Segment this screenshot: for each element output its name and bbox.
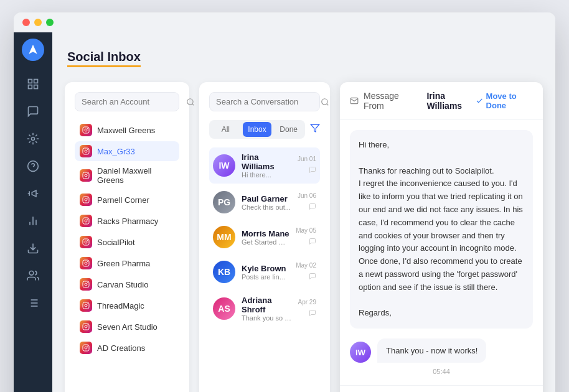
- filter-icon[interactable]: [310, 123, 320, 136]
- conv-meta: May 02: [296, 262, 316, 282]
- avatar: MM: [213, 226, 235, 248]
- conv-name: Irina Williams: [242, 152, 291, 171]
- svg-point-47: [87, 325, 88, 326]
- svg-point-23: [87, 149, 88, 151]
- message-text: Hi there,: [359, 139, 524, 152]
- svg-rect-33: [83, 239, 89, 245]
- tab-all[interactable]: All: [211, 122, 240, 137]
- account-item[interactable]: Green Pharma: [75, 253, 179, 273]
- svg-point-29: [87, 198, 88, 199]
- reply-icon: [309, 308, 316, 319]
- svg-marker-53: [311, 124, 319, 132]
- instagram-icon: [80, 299, 92, 312]
- tab-done[interactable]: Done: [274, 122, 303, 137]
- main-content: Social Inbox: [52, 32, 555, 392]
- account-search-input[interactable]: [82, 97, 186, 106]
- account-item[interactable]: ThreadMagic: [75, 296, 179, 315]
- move-to-done-button[interactable]: Move to Done: [476, 91, 533, 110]
- account-name: Parnell Corner: [97, 195, 149, 205]
- conversation-item[interactable]: KB Kyle Brown Posts are lined up... May …: [209, 256, 320, 288]
- account-item[interactable]: Seven Art Studio: [75, 317, 179, 337]
- svg-point-28: [85, 198, 87, 201]
- tab-inbox[interactable]: Inbox: [243, 122, 272, 137]
- conversations-panel: All Inbox Done IW: [199, 82, 330, 392]
- sidebar-logo[interactable]: [22, 39, 44, 61]
- conversation-search-box[interactable]: [209, 92, 320, 111]
- account-item[interactable]: Carvan Studio: [75, 274, 179, 294]
- svg-rect-27: [83, 197, 89, 203]
- account-name: Maxwell Greens: [97, 126, 155, 135]
- reply-bubble: Thank you - now it works!: [377, 338, 486, 363]
- instagram-icon: [80, 236, 92, 248]
- message-input-row: Send: [340, 385, 543, 392]
- check-icon: [476, 96, 483, 105]
- account-name: Green Pharma: [97, 259, 150, 268]
- support-icon: [27, 160, 39, 172]
- svg-rect-48: [83, 345, 89, 351]
- group-icon: [27, 269, 39, 282]
- sidebar-item-support[interactable]: [21, 154, 45, 178]
- close-dot[interactable]: [22, 19, 30, 26]
- instagram-logo: [82, 217, 90, 225]
- sidebar-item-content[interactable]: [21, 291, 45, 315]
- megaphone-icon: [27, 187, 39, 200]
- conversation-item[interactable]: IW Irina Williams Hi there... Jun 01: [209, 147, 320, 184]
- account-item[interactable]: Parnell Corner: [75, 190, 179, 210]
- instagram-logo: [82, 172, 90, 179]
- list-icon: [27, 297, 39, 309]
- reply-text: Thank you - now it works!: [386, 346, 477, 355]
- svg-rect-21: [83, 148, 89, 154]
- message-text: Regards,: [359, 307, 524, 320]
- message-body: Hi there, Thanks for reaching out to Soc…: [340, 120, 543, 385]
- account-name: ThreadMagic: [97, 301, 144, 310]
- svg-point-43: [85, 304, 87, 307]
- conversation-item[interactable]: AS Adriana Shroff Thank you so much ... …: [209, 291, 320, 327]
- message-from: Message From Irina Williams: [350, 91, 476, 111]
- instagram-logo: [82, 147, 90, 155]
- sidebar-item-inbox[interactable]: [21, 100, 45, 123]
- account-item-active[interactable]: Max_Gr33: [75, 141, 179, 161]
- conversation-item[interactable]: MM Morris Mane Get Started with free... …: [209, 221, 320, 253]
- svg-point-44: [87, 304, 88, 305]
- conv-meta: Jun 01: [298, 156, 316, 176]
- svg-point-22: [85, 150, 87, 152]
- account-item[interactable]: Daniel Maxwell Greens: [75, 162, 179, 189]
- svg-point-40: [85, 283, 87, 286]
- conversation-search-input[interactable]: [216, 97, 321, 106]
- svg-point-41: [87, 282, 88, 284]
- instagram-logo: [82, 344, 90, 352]
- conv-preview: Posts are lined up...: [242, 273, 289, 281]
- svg-rect-24: [83, 172, 89, 179]
- instagram-icon: [80, 342, 92, 354]
- sidebar-item-publish[interactable]: [21, 236, 45, 260]
- account-item[interactable]: Racks Pharmacy: [75, 211, 179, 231]
- avatar: IW: [213, 154, 235, 177]
- move-to-done-label: Move to Done: [486, 91, 533, 110]
- download-icon: [27, 242, 39, 254]
- account-item[interactable]: Maxwell Greens: [75, 120, 179, 140]
- sidebar-item-team[interactable]: [21, 264, 45, 287]
- conv-name: Paul Garner: [242, 194, 291, 203]
- instagram-logo: [82, 238, 90, 246]
- conversation-item[interactable]: PG Paul Garner Check this out... Jun 06: [209, 186, 320, 218]
- reply-row: IW Thank you - now it works!: [350, 338, 533, 363]
- conv-tabs: All Inbox Done: [209, 120, 305, 139]
- avatar: AS: [213, 297, 235, 320]
- svg-rect-18: [83, 127, 89, 133]
- account-item[interactable]: AD Creations: [75, 338, 179, 358]
- minimize-dot[interactable]: [34, 19, 42, 26]
- account-search-box[interactable]: [75, 92, 179, 111]
- sidebar: [14, 32, 52, 392]
- reply-icon: [309, 165, 316, 176]
- sidebar-item-grid[interactable]: [21, 72, 45, 96]
- sidebar-item-hub[interactable]: [21, 127, 45, 151]
- app-body: Social Inbox: [14, 32, 555, 392]
- sidebar-item-campaigns[interactable]: [21, 182, 45, 205]
- maximize-dot[interactable]: [46, 19, 54, 26]
- conv-date: Jun 01: [298, 156, 316, 162]
- svg-rect-36: [83, 260, 89, 266]
- account-item[interactable]: SocialPilot: [75, 232, 179, 252]
- account-name: SocialPilot: [97, 238, 135, 247]
- sidebar-item-analytics[interactable]: [21, 209, 45, 233]
- conv-date: Jun 06: [298, 192, 316, 199]
